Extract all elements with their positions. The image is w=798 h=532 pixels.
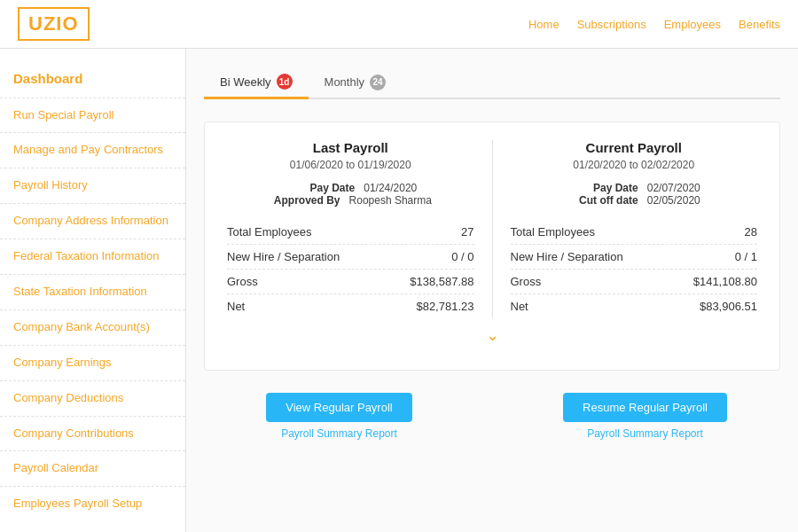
layout: Dashboard Run Special Payroll Manage and… <box>0 49 798 532</box>
last-payroll-approved-by-label: Approved By <box>270 194 340 207</box>
tab-bi-weekly[interactable]: Bi Weekly 1d <box>204 66 309 99</box>
sidebar-item-federal-taxation[interactable]: Federal Taxation Information <box>0 241 185 272</box>
last-stat-gross-value: $138,587.88 <box>410 275 473 288</box>
last-stat-net-label: Net <box>227 300 245 313</box>
last-payroll-approved-by-value: Roopesh Sharma <box>349 194 432 207</box>
last-payroll-actions: View Regular Payroll Payroll Summary Rep… <box>204 393 474 440</box>
payroll-grid: Last Payroll 01/06/2020 to 01/19/2020 Pa… <box>204 121 780 371</box>
tab-monthly-badge: 24 <box>370 74 386 90</box>
tab-bi-weekly-badge: 1d <box>277 74 293 90</box>
current-payroll-actions: Resume Regular Payroll Payroll Summary R… <box>510 393 780 440</box>
current-payroll-cutoff-label: Cut off date <box>567 194 638 207</box>
view-regular-payroll-button[interactable]: View Regular Payroll <box>266 393 411 422</box>
last-stat-new-hire-label: New Hire / Separation <box>227 250 340 263</box>
last-payroll-title: Last Payroll <box>227 140 474 155</box>
last-payroll-section: Last Payroll 01/06/2020 to 01/19/2020 Pa… <box>227 140 474 318</box>
sidebar-item-company-address[interactable]: Company Address Information <box>0 206 185 237</box>
current-payroll-pay-date-label: Pay Date <box>567 182 638 194</box>
last-stat-total-employees: Total Employees 27 <box>227 220 474 245</box>
resume-regular-payroll-button[interactable]: Resume Regular Payroll <box>563 393 727 422</box>
tab-monthly-label: Monthly <box>325 75 365 89</box>
last-payroll-summary-link[interactable]: Payroll Summary Report <box>281 427 397 440</box>
last-stat-new-hire: New Hire / Separation 0 / 0 <box>227 245 474 270</box>
sidebar-item-company-earnings[interactable]: Company Earnings <box>0 348 185 379</box>
current-stat-gross-label: Gross <box>511 275 542 288</box>
chevron-down-icon: ⌄ <box>227 325 757 345</box>
nav-subscriptions[interactable]: Subscriptions <box>577 18 646 31</box>
last-stat-new-hire-value: 0 / 0 <box>451 250 473 263</box>
last-payroll-meta-pay-date: Pay Date 01/24/2020 <box>284 182 417 194</box>
current-payroll-meta-pay-date: Pay Date 02/07/2020 <box>567 182 700 194</box>
current-stat-total-employees-value: 28 <box>745 225 757 239</box>
current-payroll-meta-cutoff: Cut off date 02/05/2020 <box>567 194 700 207</box>
last-stat-total-employees-value: 27 <box>461 225 473 239</box>
last-stat-gross: Gross $138,587.88 <box>227 270 474 294</box>
current-stat-gross: Gross $141,108.80 <box>511 270 758 294</box>
current-payroll-pay-date-value: 02/07/2020 <box>647 182 700 194</box>
current-stat-total-employees: Total Employees 28 <box>511 220 758 245</box>
tab-monthly[interactable]: Monthly 24 <box>309 66 403 98</box>
nav-home[interactable]: Home <box>528 18 559 31</box>
tabs: Bi Weekly 1d Monthly 24 <box>204 66 780 99</box>
current-payroll-title: Current Payroll <box>511 140 758 155</box>
sidebar-item-payroll-history[interactable]: Payroll History <box>0 170 185 201</box>
current-payroll-stats: Total Employees 28 New Hire / Separation… <box>511 220 758 318</box>
current-payroll-cutoff-value: 02/05/2020 <box>647 194 700 207</box>
sidebar-item-run-special-payroll[interactable]: Run Special Payroll <box>0 100 185 131</box>
tab-bi-weekly-label: Bi Weekly <box>220 75 271 89</box>
last-payroll-pay-date-value: 01/24/2020 <box>364 182 417 194</box>
last-stat-net: Net $82,781.23 <box>227 294 474 318</box>
current-payroll-date-range: 01/20/2020 to 02/02/2020 <box>511 159 758 171</box>
nav-employees[interactable]: Employees <box>664 18 721 31</box>
sidebar-item-state-taxation[interactable]: State Taxation Information <box>0 277 185 308</box>
last-payroll-stats: Total Employees 27 New Hire / Separation… <box>227 220 474 318</box>
sidebar-item-company-deductions[interactable]: Company Deductions <box>0 383 185 414</box>
last-stat-net-value: $82,781.23 <box>416 300 473 313</box>
current-stat-net: Net $83,906.51 <box>511 294 758 318</box>
current-stat-new-hire-label: New Hire / Separation <box>511 250 623 263</box>
payroll-bottom-grid: View Regular Payroll Payroll Summary Rep… <box>204 375 780 440</box>
sidebar-item-dashboard[interactable]: Dashboard <box>0 62 185 96</box>
sidebar-item-company-contributions[interactable]: Company Contributions <box>0 419 185 450</box>
current-stat-net-label: Net <box>511 300 528 313</box>
current-payroll-summary-link[interactable]: Payroll Summary Report <box>587 427 703 440</box>
sidebar-item-employees-payroll-setup[interactable]: Employees Payroll Setup <box>0 489 185 520</box>
last-payroll-meta-approved-by: Approved By Roopesh Sharma <box>270 194 432 207</box>
main-content: Bi Weekly 1d Monthly 24 Last Payroll 01/… <box>186 49 798 532</box>
current-payroll-meta: Pay Date 02/07/2020 Cut off date 02/05/2… <box>511 182 758 207</box>
nav-benefits[interactable]: Benefits <box>739 18 780 31</box>
last-payroll-meta: Pay Date 01/24/2020 Approved By Roopesh … <box>227 182 474 207</box>
current-stat-net-value: $83,906.51 <box>700 300 757 313</box>
current-stat-new-hire: New Hire / Separation 0 / 1 <box>511 245 758 270</box>
current-stat-total-employees-label: Total Employees <box>511 225 595 239</box>
payroll-divider <box>492 140 493 318</box>
header: UZIO Home Subscriptions Employees Benefi… <box>0 0 798 49</box>
current-stat-gross-value: $141,108.80 <box>693 275 757 288</box>
last-stat-total-employees-label: Total Employees <box>227 225 311 239</box>
sidebar-item-manage-contractors[interactable]: Manage and Pay Contractors <box>0 135 185 166</box>
header-nav: Home Subscriptions Employees Benefits <box>528 18 780 31</box>
last-payroll-pay-date-label: Pay Date <box>284 182 355 194</box>
last-payroll-date-range: 01/06/2020 to 01/19/2020 <box>227 159 474 171</box>
sidebar-item-payroll-calendar[interactable]: Payroll Calendar <box>0 453 185 484</box>
last-stat-gross-label: Gross <box>227 275 258 288</box>
sidebar-item-company-bank[interactable]: Company Bank Account(s) <box>0 312 185 343</box>
sidebar: Dashboard Run Special Payroll Manage and… <box>0 49 186 532</box>
current-payroll-section: Current Payroll 01/20/2020 to 02/02/2020… <box>511 140 758 318</box>
logo: UZIO <box>18 7 90 41</box>
current-stat-new-hire-value: 0 / 1 <box>735 250 757 263</box>
